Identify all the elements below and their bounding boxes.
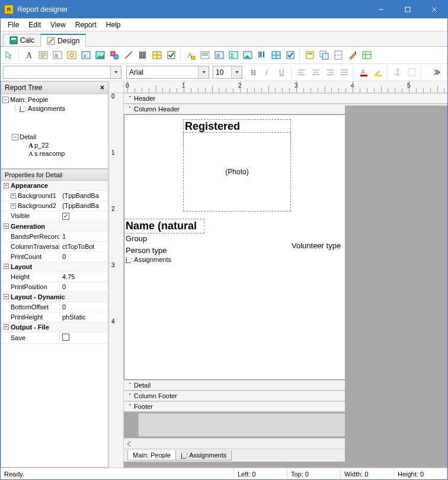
field-person-type[interactable]: Person type [124, 245, 178, 255]
menu-edit[interactable]: Edit [24, 20, 46, 30]
label-tool[interactable]: A [23, 49, 36, 62]
font-size-combo[interactable]: 10 [213, 66, 242, 79]
font-color-button[interactable]: A [357, 66, 370, 79]
tree-detail[interactable]: Detail [20, 133, 36, 140]
checkbox-icon[interactable] [62, 334, 69, 341]
tree-p22[interactable]: p_22 [34, 142, 49, 149]
sysvar-tool[interactable] [65, 49, 78, 62]
dbbarcode-tool[interactable] [255, 49, 268, 62]
dbmemo-tool[interactable] [199, 49, 212, 62]
dbimage-tool[interactable] [241, 49, 254, 62]
italic-button[interactable]: I [261, 66, 274, 79]
prop-value[interactable]: ✓ [60, 211, 108, 221]
prop-value[interactable]: (TppBandBa [60, 201, 108, 210]
font-size-dropdown[interactable] [231, 66, 242, 78]
prop-value[interactable]: 0 [60, 252, 108, 261]
field-volunteer-type[interactable]: Volunteer type [290, 241, 350, 251]
bold-button[interactable]: B [247, 66, 260, 79]
field-name-natural[interactable]: Name (natural [124, 219, 204, 233]
field-photo-box[interactable]: (Photo) [184, 133, 290, 211]
align-center-button[interactable] [309, 66, 322, 79]
prop-value[interactable]: 0 [60, 302, 108, 312]
detail-band-page[interactable]: Registered company (Photo) Name (natural… [124, 114, 447, 380]
memo-tool[interactable] [37, 49, 50, 62]
font-name-combo[interactable]: Arial [126, 66, 209, 79]
status-left: Left: 0 [234, 468, 287, 479]
tab-design[interactable]: Design [40, 34, 86, 47]
field-assignments[interactable]: j_: Assignments [124, 255, 190, 264]
richtext-tool[interactable]: a [51, 49, 64, 62]
anchor-button[interactable] [391, 66, 404, 79]
prop-collapse-icon[interactable]: − [4, 324, 9, 329]
tree-collapse-icon[interactable]: − [12, 134, 18, 140]
tree-assignments[interactable]: j_: Assignments [20, 105, 65, 112]
font-name-dropdown[interactable] [198, 66, 209, 78]
band-header[interactable]: ˄Header [124, 93, 447, 104]
prop-value[interactable]: 1 [60, 232, 108, 241]
prop-value[interactable]: 4.75 [60, 272, 108, 281]
tab-calc[interactable]: Calc [3, 34, 41, 46]
prop-value[interactable] [60, 332, 108, 343]
dbtext-tool[interactable]: A [184, 49, 197, 62]
tree-collapse-icon[interactable]: − [2, 97, 9, 103]
menu-report[interactable]: Report [71, 20, 101, 30]
btab-main-people[interactable]: Main: People [127, 450, 176, 460]
svg-point-22 [114, 55, 119, 59]
report-tree[interactable]: −Main: People ⋮j_: Assignments −Detail A… [1, 94, 108, 169]
pagebreak-tool[interactable] [332, 49, 345, 62]
image-tool[interactable] [94, 49, 107, 62]
grid2d-tool[interactable] [151, 49, 164, 62]
dbcheckbox-tool[interactable] [284, 49, 297, 62]
underline-button[interactable]: U [276, 66, 289, 79]
maximize-button[interactable] [394, 1, 421, 18]
object-selector[interactable] [3, 66, 121, 79]
btab-assignments[interactable]: j_: Assignments [175, 450, 232, 460]
field-group[interactable]: Group [124, 233, 160, 244]
prop-expand-icon[interactable]: + [11, 193, 16, 199]
highlight-button[interactable] [372, 66, 385, 79]
crosstab-tool[interactable] [360, 49, 373, 62]
menu-file[interactable]: File [3, 20, 24, 30]
prop-collapse-icon[interactable]: − [4, 264, 9, 269]
properties-grid[interactable]: −Appearance+Background1(TppBandBa+Backgr… [1, 181, 108, 468]
border-button[interactable] [405, 66, 418, 79]
paintbox-tool[interactable] [346, 49, 359, 62]
align-right-button[interactable] [324, 66, 337, 79]
subreport-tool[interactable] [318, 49, 331, 62]
checkbox-icon[interactable]: ✓ [62, 213, 69, 220]
shape-tool[interactable] [108, 49, 121, 62]
menu-view[interactable]: View [46, 20, 71, 30]
report-tree-close-icon[interactable]: × [100, 84, 104, 92]
align-left-button[interactable] [295, 66, 308, 79]
prop-collapse-icon[interactable]: − [4, 223, 9, 229]
vertical-ruler[interactable]: 01234 [110, 93, 124, 468]
tree-root[interactable]: Main: People [10, 96, 48, 103]
dbrichtext-tool[interactable]: a [213, 49, 226, 62]
tree-sreg[interactable]: s reacomp [34, 150, 65, 157]
barcode-tool[interactable] [136, 49, 149, 62]
dbcalc-tool[interactable]: Σ [227, 49, 240, 62]
chevron-up-icon: ˄ [129, 95, 132, 101]
menu-help[interactable]: Help [101, 20, 126, 30]
pointer-tool[interactable] [3, 49, 16, 62]
close-button[interactable] [421, 1, 447, 18]
prop-value[interactable]: phStatic [60, 312, 108, 322]
prop-value[interactable]: (TppBandBa [60, 191, 108, 200]
align-justify-button[interactable] [338, 66, 351, 79]
object-selector-dropdown[interactable] [110, 66, 121, 78]
prop-collapse-icon[interactable]: − [4, 294, 9, 299]
minimize-button[interactable] [367, 1, 394, 18]
checkbox-tool[interactable] [165, 49, 178, 62]
variable-tool[interactable]: x [79, 49, 92, 62]
db2dbarcode-tool[interactable] [270, 49, 283, 62]
scroll-left-icon[interactable] [126, 441, 132, 447]
prop-expand-icon[interactable]: + [11, 203, 16, 209]
prop-collapse-icon[interactable]: − [4, 183, 9, 188]
toolbar-overflow-button[interactable] [430, 66, 443, 79]
region-tool[interactable] [303, 49, 316, 62]
prop-value[interactable]: ctTopToBot [60, 242, 108, 251]
svg-rect-51 [306, 52, 313, 59]
horizontal-ruler[interactable]: 012345 [124, 81, 447, 93]
line-tool[interactable] [122, 49, 135, 62]
prop-value[interactable]: 0 [60, 282, 108, 292]
